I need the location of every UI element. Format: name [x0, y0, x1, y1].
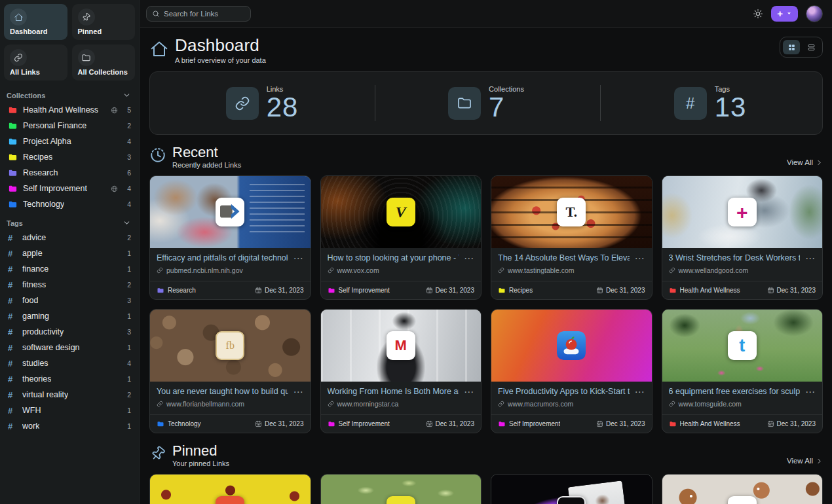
tag-item-studies[interactable]: #studies4: [0, 355, 139, 371]
tag-count: 1: [127, 422, 131, 430]
collection-item-project-alpha[interactable]: Project Alpha 4: [0, 134, 139, 149]
collection-item-health-and-wellness[interactable]: Health And Wellness 5: [0, 102, 139, 118]
folder-icon: [8, 184, 18, 194]
site-logo-pubmed: [216, 198, 244, 226]
site-logo-tastingtable: T.: [557, 198, 586, 226]
collection-item-personal-finance[interactable]: Personal Finance 2: [0, 118, 139, 134]
link-preview-image: M: [321, 310, 482, 382]
link-url[interactable]: www.vox.com: [328, 266, 475, 274]
search-box[interactable]: [146, 6, 251, 22]
card-collection[interactable]: Self Improvement: [498, 420, 560, 428]
more-options-icon[interactable]: ⋯: [635, 255, 645, 261]
add-new-button[interactable]: +: [771, 6, 798, 22]
more-options-icon[interactable]: ⋯: [635, 389, 645, 395]
collection-item-research[interactable]: Research 6: [0, 165, 139, 181]
link-url[interactable]: www.tomsguide.com: [669, 400, 816, 408]
pinned-link-card[interactable]: [320, 474, 482, 504]
tag-item-finance[interactable]: #finance1: [0, 261, 139, 277]
pinned-link-card[interactable]: [149, 474, 311, 504]
grid-view-button[interactable]: [783, 40, 800, 54]
link-card[interactable]: t 6 equipment free exercises for sculpti…: [662, 309, 823, 433]
tag-item-productivity[interactable]: #productivity3: [0, 324, 139, 340]
chevron-down-icon[interactable]: [123, 91, 131, 99]
tag-item-food[interactable]: #food3: [0, 293, 139, 308]
site-logo-tomsguide: t: [728, 331, 757, 360]
link-title[interactable]: Five Productivity Apps to Kick-Start the…: [498, 387, 630, 396]
card-collection[interactable]: Technology: [157, 420, 201, 428]
more-options-icon[interactable]: ⋯: [464, 389, 474, 395]
link-title[interactable]: 6 equipment free exercises for sculpting…: [669, 387, 801, 396]
caret-down-icon: [786, 10, 792, 16]
chevron-down-icon[interactable]: [123, 219, 131, 227]
collection-item-recipes[interactable]: Recipes 3: [0, 149, 139, 165]
pinned-link-card[interactable]: [491, 474, 652, 504]
link-url[interactable]: www.tastingtable.com: [498, 266, 645, 274]
link-url[interactable]: www.macrumors.com: [498, 400, 645, 408]
sidebar-item-dashboard[interactable]: Dashboard: [4, 4, 67, 40]
pinned-view-all-link[interactable]: View All: [787, 457, 823, 467]
tag-item-advice[interactable]: #advice2: [0, 230, 139, 245]
link-card[interactable]: fb You are never taught how to build qua…: [149, 309, 311, 433]
search-input[interactable]: [164, 10, 245, 18]
link-title[interactable]: Working From Home Is Both More and L...: [328, 387, 459, 396]
avatar[interactable]: [806, 5, 823, 22]
tag-count: 2: [127, 391, 131, 399]
theme-toggle-button[interactable]: [753, 9, 763, 19]
card-collection[interactable]: Health And Wellness: [669, 287, 740, 295]
tag-item-apple[interactable]: #apple1: [0, 245, 139, 261]
link-title[interactable]: How to stop looking at your phone - Vox: [328, 253, 459, 262]
tag-item-work[interactable]: #work1: [0, 418, 139, 434]
card-collection[interactable]: Self Improvement: [328, 287, 390, 295]
link-title[interactable]: You are never taught how to build qualit…: [157, 387, 288, 396]
list-view-button[interactable]: [803, 40, 820, 54]
recent-view-all-link[interactable]: View All: [787, 158, 823, 169]
link-card[interactable]: T. The 14 Absolute Best Ways To Elevate …: [491, 175, 652, 300]
link-card[interactable]: V How to stop looking at your phone - Vo…: [320, 175, 482, 300]
link-card[interactable]: Efficacy and pitfalls of digital technol…: [149, 175, 311, 300]
link-card[interactable]: Five Productivity Apps to Kick-Start the…: [491, 309, 652, 433]
tag-item-virtual-reality[interactable]: #virtual reality2: [0, 387, 139, 403]
link-card[interactable]: + 3 Wrist Stretches for Desk Workers to …: [662, 175, 823, 300]
card-collection[interactable]: Research: [157, 287, 196, 295]
more-options-icon[interactable]: ⋯: [464, 255, 474, 261]
tag-item-theories[interactable]: #theories1: [0, 371, 139, 387]
collection-item-technology[interactable]: Technology 4: [0, 196, 139, 212]
more-options-icon[interactable]: ⋯: [805, 389, 816, 395]
tag-item-software-design[interactable]: #software design1: [0, 340, 139, 355]
card-collection[interactable]: Recipes: [498, 287, 533, 295]
link-preview-image: fb: [150, 310, 311, 382]
tag-item-fitness[interactable]: #fitness2: [0, 277, 139, 293]
sidebar-item-pinned[interactable]: Pinned: [72, 4, 136, 40]
folder-icon: [8, 168, 18, 178]
link-preview-image: t: [662, 310, 823, 382]
pinned-link-card[interactable]: [662, 474, 823, 504]
collections-section-header[interactable]: Collections: [0, 84, 139, 102]
pinned-section-header: Pinned Your pinned Links View All: [149, 443, 823, 467]
tags-section-header[interactable]: Tags: [0, 212, 139, 230]
link-url[interactable]: www.morningstar.ca: [328, 400, 475, 408]
link-title[interactable]: 3 Wrist Stretches for Desk Workers to D.…: [669, 253, 801, 262]
collection-item-self-improvement[interactable]: Self Improvement 4: [0, 181, 139, 196]
tag-count: 2: [127, 234, 131, 242]
card-collection[interactable]: Self Improvement: [328, 420, 390, 428]
hash-icon: #: [8, 280, 17, 290]
tag-item-gaming[interactable]: #gaming1: [0, 308, 139, 324]
more-options-icon[interactable]: ⋯: [805, 255, 816, 261]
collections-header-label: Collections: [7, 92, 45, 99]
card-collection[interactable]: Health And Wellness: [669, 420, 740, 428]
more-options-icon[interactable]: ⋯: [293, 389, 304, 395]
sidebar-item-all-links[interactable]: All Links: [4, 45, 67, 81]
stat-tags: # Tags 13: [598, 72, 822, 134]
link-url[interactable]: pubmed.ncbi.nlm.nih.gov: [157, 266, 304, 274]
link-title[interactable]: The 14 Absolute Best Ways To Elevate Fr.…: [498, 253, 630, 262]
more-options-icon[interactable]: ⋯: [293, 255, 304, 261]
link-card[interactable]: M Working From Home Is Both More and L..…: [320, 309, 482, 433]
tag-item-wfh[interactable]: #WFH1: [0, 403, 139, 418]
stat-value: 7: [489, 93, 524, 122]
stat-value: 13: [715, 93, 747, 122]
hash-icon: #: [8, 249, 17, 259]
link-url[interactable]: www.florianbellmann.com: [157, 400, 304, 408]
link-title[interactable]: Efficacy and pitfalls of digital technol…: [157, 253, 288, 262]
link-url[interactable]: www.wellandgood.com: [669, 266, 816, 274]
sidebar-item-all-collections[interactable]: All Collections: [72, 45, 136, 81]
